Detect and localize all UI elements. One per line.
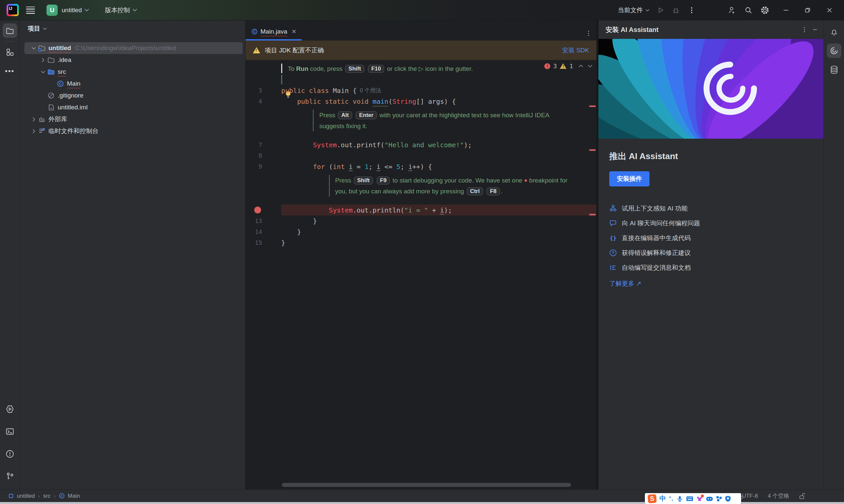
editor-gutter[interactable]: 14 — [246, 226, 281, 237]
chevron-right-icon[interactable] — [30, 129, 38, 133]
ai-assistant-tool-button[interactable] — [827, 43, 841, 58]
indent-widget[interactable]: 4 个空格 — [768, 492, 789, 500]
chevron-right-icon[interactable] — [39, 58, 47, 62]
text-caret — [281, 64, 282, 73]
jdk-warning-banner: 项目 JDK 配置不正确 安装 SDK — [246, 40, 597, 60]
code-with-me-button[interactable] — [726, 4, 738, 16]
setup-sdk-link[interactable]: 安装 SDK — [562, 46, 589, 55]
keyboard-icon[interactable] — [686, 496, 693, 502]
breakpoint-icon[interactable] — [254, 206, 261, 214]
ai-feature-icon — [609, 204, 617, 212]
tree-item-.idea[interactable]: .idea — [24, 54, 243, 66]
shield-settings-icon[interactable] — [725, 496, 731, 502]
search-everywhere-button[interactable] — [742, 4, 754, 16]
stripe-divider — [5, 41, 15, 41]
code-token: i — [377, 163, 380, 170]
code-editor-area[interactable]: ! 3 1 To Run code, press Shift F10 or cl… — [246, 60, 597, 489]
skin-icon[interactable] — [696, 496, 703, 502]
code-token: with your caret at the highlighted text … — [378, 112, 550, 119]
minimize-window-button[interactable] — [780, 4, 792, 16]
restore-window-button[interactable] — [802, 4, 814, 16]
folder-icon — [47, 57, 55, 63]
database-tool-button[interactable] — [827, 62, 841, 77]
close-window-button[interactable] — [824, 4, 836, 16]
tree-item-.gitignore[interactable]: .gitignore — [24, 90, 243, 102]
breadcrumb-item[interactable]: Main — [68, 493, 80, 499]
code-token: public static void — [297, 97, 373, 105]
more-tool-windows-button[interactable]: ••• — [3, 64, 17, 78]
tree-item-untitled[interactable]: untitledC:\Users\dingw\IdeaProjects\unti… — [24, 42, 243, 54]
tree-item-untitled.iml[interactable]: untitled.iml — [24, 102, 243, 113]
breadcrumb-item[interactable]: untitled — [17, 493, 35, 499]
editor-gutter[interactable]: 15 — [246, 237, 281, 248]
editor-gutter[interactable]: 9 — [246, 161, 281, 172]
git-tool-button[interactable] — [3, 469, 17, 484]
run-configuration-selector[interactable]: 当前文件 — [618, 6, 650, 15]
tab-main-java[interactable]: C Main.java ✕ — [246, 24, 302, 40]
chevron-down-icon[interactable] — [30, 47, 38, 50]
tree-item-Main[interactable]: CMain — [24, 78, 243, 90]
ime-punctuation-toggle[interactable]: °, — [669, 496, 674, 502]
tab-options-button[interactable] — [588, 31, 589, 36]
notifications-button[interactable] — [830, 26, 838, 39]
project-panel-header[interactable]: 项目 — [20, 20, 245, 37]
project-panel-title: 项目 — [28, 24, 40, 33]
tree-item-label: .idea — [58, 56, 71, 64]
emoji-robot-icon[interactable] — [706, 496, 713, 502]
error-stripe-mark[interactable] — [589, 214, 596, 215]
code-token: or click the — [385, 65, 418, 72]
code-token: ); — [444, 206, 452, 214]
project-widget[interactable]: U untitled — [37, 5, 89, 16]
ime-toolbar: S 中 °, — [645, 493, 741, 504]
horizontal-scrollbar[interactable] — [282, 483, 571, 487]
chevron-down-icon[interactable] — [39, 71, 47, 73]
tab-title: Main.java — [260, 28, 287, 35]
tree-item--[interactable]: 外部库 — [24, 113, 243, 125]
terminal-tool-button[interactable] — [3, 424, 17, 439]
debug-button[interactable] — [670, 4, 682, 16]
main-menu-button[interactable] — [26, 5, 37, 16]
editor-gutter[interactable] — [246, 204, 281, 215]
learn-more-link[interactable]: 了解更多 ↗ — [609, 280, 641, 288]
error-stripe-mark[interactable] — [589, 105, 596, 107]
code-token: for — [313, 163, 329, 170]
editor-gutter[interactable] — [246, 63, 281, 74]
unlock-icon[interactable] — [799, 493, 805, 499]
editor-gutter[interactable]: 8 — [246, 150, 281, 161]
editor-gutter[interactable]: 4 — [246, 96, 281, 107]
breadcrumb-item[interactable]: src — [43, 493, 51, 499]
editor-gutter[interactable]: 7 — [246, 139, 281, 150]
editor-gutter[interactable]: 3 — [246, 85, 281, 96]
ime-language-toggle[interactable]: 中 — [659, 494, 666, 503]
editor-gutter[interactable] — [246, 74, 281, 85]
code-line: System.out.println("i = " + i); — [246, 204, 597, 215]
inline-hint-block: Press Alt Enter with your caret at the h… — [313, 110, 597, 131]
settings-gear-icon[interactable] — [759, 4, 771, 16]
tree-item-label: 外部库 — [49, 115, 67, 124]
more-actions-button[interactable] — [686, 4, 697, 16]
tree-item-src[interactable]: src — [24, 66, 243, 78]
panel-options-icon[interactable] — [804, 27, 805, 32]
install-plugin-button[interactable]: 安装插件 — [609, 171, 650, 186]
code-token: <= — [380, 163, 396, 170]
tree-item-label: untitled — [49, 44, 71, 52]
chevron-right-icon[interactable] — [30, 117, 38, 122]
editor-gutter[interactable]: 13 — [246, 215, 281, 226]
code-token: i — [440, 206, 444, 214]
project-tool-button[interactable] — [3, 23, 17, 38]
close-tab-icon[interactable]: ✕ — [291, 28, 296, 35]
code-token — [484, 188, 486, 195]
run-tool-button[interactable] — [3, 402, 17, 416]
code-token: to start debugging your code. We have se… — [391, 177, 524, 184]
run-button[interactable] — [655, 4, 667, 16]
microphone-icon[interactable] — [676, 496, 683, 502]
tree-item--[interactable]: 临时文件和控制台 — [24, 125, 243, 137]
encoding-widget[interactable]: UTF-8 — [742, 493, 758, 499]
toolbox-grid-icon[interactable] — [716, 496, 722, 502]
error-stripe-mark[interactable] — [589, 149, 596, 151]
structure-tool-button[interactable] — [3, 45, 17, 59]
problems-tool-button[interactable] — [3, 447, 17, 461]
sogou-logo-icon[interactable]: S — [648, 494, 657, 503]
vcs-widget[interactable]: 版本控制 — [101, 6, 137, 15]
hide-panel-icon[interactable] — [812, 27, 817, 32]
